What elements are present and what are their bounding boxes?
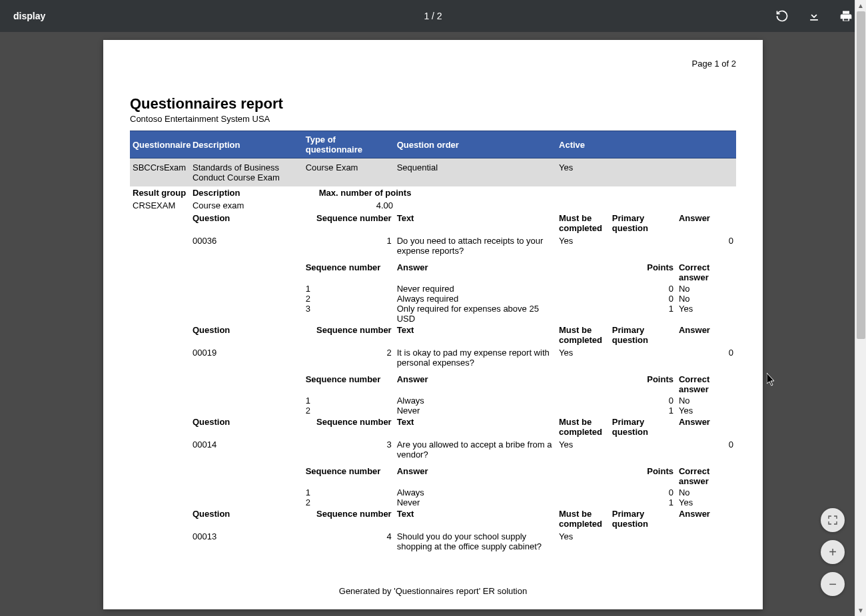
question-data-row: 000361Do you need to attach receipts to … [130, 234, 736, 257]
page-counter[interactable]: 1 / 2 [424, 11, 442, 21]
lbl-max-points: Max. number of points [303, 186, 556, 199]
ah-points: Points [556, 261, 676, 284]
q-id: 00013 [190, 530, 303, 553]
hdr-order: Question order [394, 131, 556, 158]
answer-data-row: 2Never1Yes [130, 497, 736, 507]
qh-question: Question [190, 416, 303, 438]
document-title: display [13, 11, 45, 21]
cell-description: Standards of Business Conduct Course Exa… [190, 158, 303, 187]
q-text: Should you do your school supply shoppin… [394, 530, 556, 553]
answer-data-row: 3Only required for expenses above 25 USD… [130, 304, 736, 324]
q-answer [676, 530, 736, 553]
qh-must: Must be completed [556, 212, 610, 234]
a-text: Always [394, 487, 556, 497]
download-icon[interactable] [807, 9, 821, 23]
ah-answer: Answer [394, 261, 556, 284]
a-correct: No [676, 487, 736, 497]
a-text: Only required for expenses above 25 USD [394, 304, 556, 324]
company-name: Contoso Entertainment System USA [130, 114, 736, 124]
ah-correct: Correct answer [676, 373, 736, 396]
zoom-out-button[interactable]: − [821, 572, 845, 596]
q-answer: 0 [676, 346, 736, 369]
q-answer: 0 [676, 438, 736, 461]
answer-data-row: 1Never required0No [130, 284, 736, 294]
q-text: Are you allowed to accept a bribe from a… [394, 438, 556, 461]
a-text: Always required [394, 294, 556, 304]
a-correct: Yes [676, 497, 736, 507]
qh-seq: Sequence number [303, 324, 394, 346]
ah-correct: Correct answer [676, 261, 736, 284]
fit-page-button[interactable] [821, 508, 845, 532]
q-seq: 1 [303, 234, 394, 257]
qh-seq: Sequence number [303, 507, 394, 530]
q-must: Yes [556, 530, 610, 553]
q-must: Yes [556, 346, 610, 369]
a-seq: 1 [303, 487, 394, 497]
a-points: 0 [556, 284, 676, 294]
q-seq: 2 [303, 346, 394, 369]
q-primary [610, 530, 676, 553]
pdf-viewer[interactable]: Page 1 of 2 Questionnaires report Contos… [0, 32, 866, 616]
page-indicator-1: Page 1 of 2 [130, 59, 736, 69]
ah-answer: Answer [394, 373, 556, 396]
qh-question: Question [190, 324, 303, 346]
print-icon[interactable] [839, 9, 853, 23]
vertical-scrollbar[interactable]: ▲ ▼ [855, 0, 866, 616]
q-id: 00019 [190, 346, 303, 369]
qh-seq: Sequence number [303, 212, 394, 234]
qh-seq: Sequence number [303, 416, 394, 438]
scroll-up-button[interactable]: ▲ [855, 0, 866, 11]
ah-seq: Sequence number [303, 465, 394, 487]
qh-answer: Answer [676, 324, 736, 346]
hdr-description: Description [190, 131, 303, 158]
q-text: Do you need to attach receipts to your e… [394, 234, 556, 257]
q-text: It is okay to pad my expense report with… [394, 346, 556, 369]
answer-header-row: Sequence numberAnswerPointsCorrect answe… [130, 261, 736, 284]
report-table: Questionnaire Description Type of questi… [130, 131, 736, 553]
result-group-data: CRSEXAM Course exam 4.00 [130, 199, 736, 212]
q-id: 00036 [190, 234, 303, 257]
qh-answer: Answer [676, 212, 736, 234]
answer-data-row: 1Always0No [130, 487, 736, 497]
answer-header-row: Sequence numberAnswerPointsCorrect answe… [130, 373, 736, 396]
qh-primary: Primary question [610, 324, 676, 346]
q-must: Yes [556, 234, 610, 257]
question-data-row: 000143Are you allowed to accept a bribe … [130, 438, 736, 461]
a-points: 1 [556, 304, 676, 324]
hdr-questionnaire: Questionnaire [130, 131, 190, 158]
qh-text: Text [394, 507, 556, 530]
question-header-row: QuestionSequence numberTextMust be compl… [130, 507, 736, 530]
a-text: Never [394, 406, 556, 416]
val-result-group: CRSEXAM [130, 199, 190, 212]
question-header-row: QuestionSequence numberTextMust be compl… [130, 212, 736, 234]
a-correct: Yes [676, 304, 736, 324]
hdr-type: Type of questionnaire [303, 131, 394, 158]
table-header-row: Questionnaire Description Type of questi… [130, 131, 736, 158]
question-data-row: 000134Should you do your school supply s… [130, 530, 736, 553]
a-text: Never required [394, 284, 556, 294]
cell-type: Course Exam [303, 158, 394, 187]
qh-primary: Primary question [610, 507, 676, 530]
a-seq: 2 [303, 497, 394, 507]
hdr-active: Active [556, 131, 736, 158]
scroll-thumb[interactable] [857, 11, 865, 339]
report-footer: Generated by 'Questionnaires report' ER … [130, 586, 736, 596]
qh-primary: Primary question [610, 212, 676, 234]
qh-must: Must be completed [556, 416, 610, 438]
questionnaire-row: SBCCrsExam Standards of Business Conduct… [130, 158, 736, 187]
q-answer: 0 [676, 234, 736, 257]
ah-correct: Correct answer [676, 465, 736, 487]
qh-question: Question [190, 212, 303, 234]
val-max-points: 4.00 [303, 199, 556, 212]
scroll-down-button[interactable]: ▼ [855, 605, 866, 616]
a-correct: Yes [676, 406, 736, 416]
ah-answer: Answer [394, 465, 556, 487]
zoom-in-button[interactable]: + [821, 540, 845, 564]
rotate-icon[interactable] [775, 9, 789, 23]
float-controls: + − [821, 508, 845, 596]
ah-seq: Sequence number [303, 261, 394, 284]
a-seq: 3 [303, 304, 394, 324]
val-rg-description: Course exam [190, 199, 303, 212]
lbl-rg-description: Description [190, 186, 303, 199]
q-id: 00014 [190, 438, 303, 461]
